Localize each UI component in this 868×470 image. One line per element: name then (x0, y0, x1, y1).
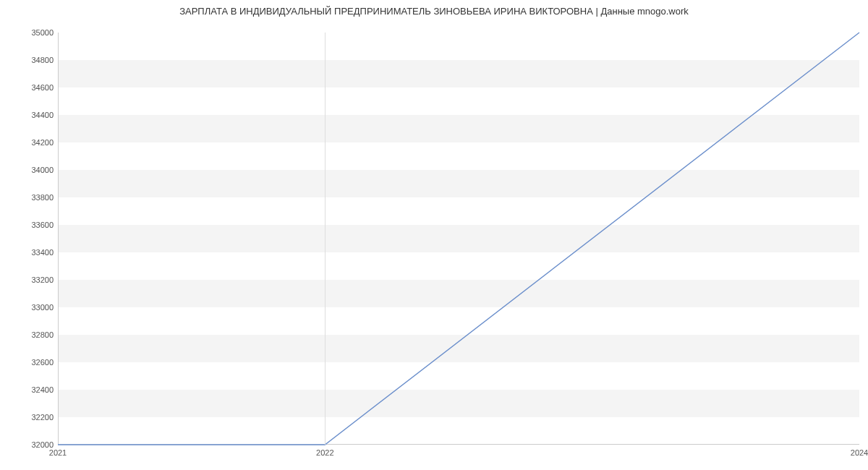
y-tick-label: 34400 (10, 111, 54, 119)
y-tick-label: 34800 (10, 56, 54, 64)
chart-title: ЗАРПЛАТА В ИНДИВИДУАЛЬНЫЙ ПРЕДПРИНИМАТЕЛ… (0, 6, 868, 17)
x-tick-label: 2021 (49, 448, 67, 457)
chart-container: ЗАРПЛАТА В ИНДИВИДУАЛЬНЫЙ ПРЕДПРИНИМАТЕЛ… (0, 0, 868, 470)
y-tick-label: 32400 (10, 385, 54, 394)
y-tick-label: 32000 (10, 440, 54, 449)
y-tick-label: 34000 (10, 166, 54, 174)
y-tick-label: 32800 (10, 330, 54, 339)
data-line (58, 33, 859, 445)
y-tick-label: 34200 (10, 138, 54, 147)
y-tick-label: 33400 (10, 248, 54, 257)
y-tick-label: 33000 (10, 303, 54, 312)
y-tick-label: 33800 (10, 193, 54, 202)
y-tick-label: 33600 (10, 221, 54, 229)
x-tick-label: 2024 (851, 448, 868, 457)
x-gridline (325, 33, 326, 445)
y-tick-label: 33200 (10, 275, 54, 284)
y-tick-label: 34600 (10, 83, 54, 92)
line-layer (58, 33, 859, 445)
y-tick-label: 35000 (10, 28, 54, 37)
y-tick-label: 32600 (10, 358, 54, 367)
x-tick-label: 2022 (316, 448, 333, 457)
y-tick-label: 32200 (10, 413, 54, 422)
